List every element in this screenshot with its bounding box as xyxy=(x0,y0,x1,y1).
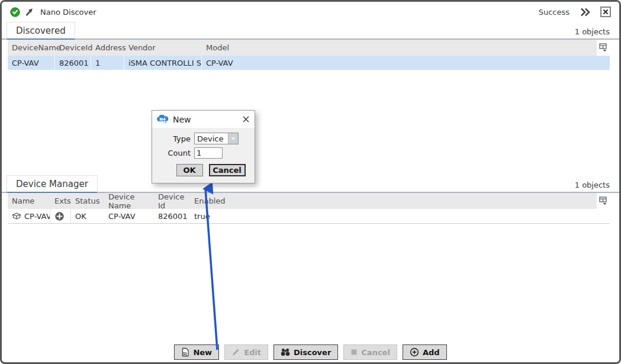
discover-button[interactable]: Discover xyxy=(274,344,338,360)
add-button[interactable]: Add xyxy=(403,344,447,360)
cancel-button-label: Cancel xyxy=(361,348,390,357)
cancel-square-icon xyxy=(350,349,358,356)
dialog-cancel-button[interactable]: Cancel xyxy=(209,164,246,176)
discovered-object-count: 1 objects xyxy=(575,27,610,40)
column-header-model[interactable]: Model xyxy=(202,43,597,52)
add-circle-plus-icon xyxy=(410,347,419,357)
discover-job-arrow-icon xyxy=(24,7,34,17)
device-manager-tab-row: Device Manager 1 objects xyxy=(2,175,619,193)
column-header-deviceid[interactable]: DeviceId xyxy=(55,43,91,52)
discovered-pane: Discovered 1 objects DeviceName DeviceId… xyxy=(2,22,619,70)
cell-exts xyxy=(50,209,71,223)
discovered-row-cpvav[interactable]: CP-VAV 826001 1 iSMA CONTROLLI S.p.A. CP… xyxy=(8,56,610,70)
new-button[interactable]: New xyxy=(174,344,219,360)
ok-button[interactable]: OK xyxy=(176,164,203,176)
title-bar: Nano Discover Success xyxy=(2,2,619,22)
success-check-icon xyxy=(10,7,20,17)
tab-rule xyxy=(2,38,619,40)
cell-device-name: CP-VAV xyxy=(104,209,154,223)
dropdown-arrow-button[interactable] xyxy=(228,133,238,144)
dialog-close-icon[interactable] xyxy=(242,115,250,123)
cell-model: CP-VAV xyxy=(202,56,610,70)
tab-device-manager-label: Device Manager xyxy=(16,179,88,189)
cell-address: 1 xyxy=(91,56,124,70)
device-box-icon xyxy=(12,212,21,220)
nano-discover-window: Nano Discover Success Discovered 1 objec… xyxy=(0,0,621,364)
column-header-status[interactable]: Status xyxy=(71,197,104,205)
device-manager-pane: Device Manager 1 objects Name Exts Statu… xyxy=(2,175,619,224)
column-header-vendor[interactable]: Vendor xyxy=(124,43,202,52)
device-row-cpvav[interactable]: CP-VAV OK CP-VAV 826001 true xyxy=(8,209,610,224)
device-manager-toolbar: New Edit Discover Cancel Add xyxy=(2,344,619,360)
column-header-address[interactable]: Address xyxy=(91,43,124,52)
column-header-enabled[interactable]: Enabled xyxy=(190,197,597,205)
cell-device-id: 826001 xyxy=(154,209,190,223)
type-label: Type xyxy=(167,134,191,143)
dialog-body: Type Device Count OK Cancel xyxy=(152,128,255,176)
cancel-button[interactable]: Cancel xyxy=(343,344,397,360)
cell-enabled: true xyxy=(190,209,610,223)
table-options-icon[interactable] xyxy=(597,193,610,209)
tab-device-manager[interactable]: Device Manager xyxy=(7,175,98,193)
count-label: Count xyxy=(167,149,191,157)
dialog-title: New xyxy=(173,115,191,124)
discovered-table-header: DeviceName DeviceId Address Vendor Model xyxy=(8,40,610,56)
column-header-name[interactable]: Name xyxy=(8,197,50,205)
new-page-icon xyxy=(181,347,189,357)
cell-deviceid: 826001 xyxy=(55,56,91,70)
discover-button-label: Discover xyxy=(294,348,331,357)
niagara-n4-icon: N4 xyxy=(157,115,169,124)
new-button-label: New xyxy=(193,348,212,357)
discovered-empty-area xyxy=(2,70,619,175)
chevron-down-icon xyxy=(231,137,236,140)
column-header-device-name[interactable]: Device Name xyxy=(104,192,154,210)
new-dialog: N4 New Type Device Count OK Cancel xyxy=(152,110,255,183)
column-header-exts[interactable]: Exts xyxy=(50,197,71,205)
type-dropdown[interactable]: Device xyxy=(194,133,239,144)
svg-text:N4: N4 xyxy=(159,117,166,122)
edit-button-label: Edit xyxy=(244,348,261,357)
cell-status: OK xyxy=(71,209,104,223)
count-input[interactable] xyxy=(194,147,223,159)
device-name-text: CP-VAV xyxy=(24,212,50,221)
edit-pencil-icon xyxy=(231,348,240,356)
points-ext-icon[interactable] xyxy=(54,211,65,221)
device-manager-table-header: Name Exts Status Device Name Device Id E… xyxy=(8,193,610,209)
column-header-devicename[interactable]: DeviceName xyxy=(8,43,55,52)
page-title: Nano Discover xyxy=(40,8,96,17)
device-manager-object-count: 1 objects xyxy=(575,181,610,193)
discovered-tab-row: Discovered 1 objects xyxy=(2,22,619,40)
discover-binoculars-icon xyxy=(281,348,290,356)
cell-name: CP-VAV xyxy=(8,209,50,223)
edit-button[interactable]: Edit xyxy=(224,344,268,360)
tab-discovered-label: Discovered xyxy=(16,25,66,36)
job-status-text: Success xyxy=(539,8,569,17)
table-options-icon[interactable] xyxy=(597,40,610,56)
cell-devicename: CP-VAV xyxy=(8,56,55,70)
cell-vendor: iSMA CONTROLLI S.p.A. xyxy=(124,56,202,70)
column-header-device-id[interactable]: Device Id xyxy=(154,192,190,210)
type-dropdown-value: Device xyxy=(195,134,228,143)
close-view-icon[interactable] xyxy=(600,7,611,17)
tab-discovered[interactable]: Discovered xyxy=(7,22,75,40)
add-button-label: Add xyxy=(423,348,440,357)
new-dialog-titlebar[interactable]: N4 New xyxy=(152,111,255,128)
expand-chevrons-icon[interactable] xyxy=(578,7,591,17)
